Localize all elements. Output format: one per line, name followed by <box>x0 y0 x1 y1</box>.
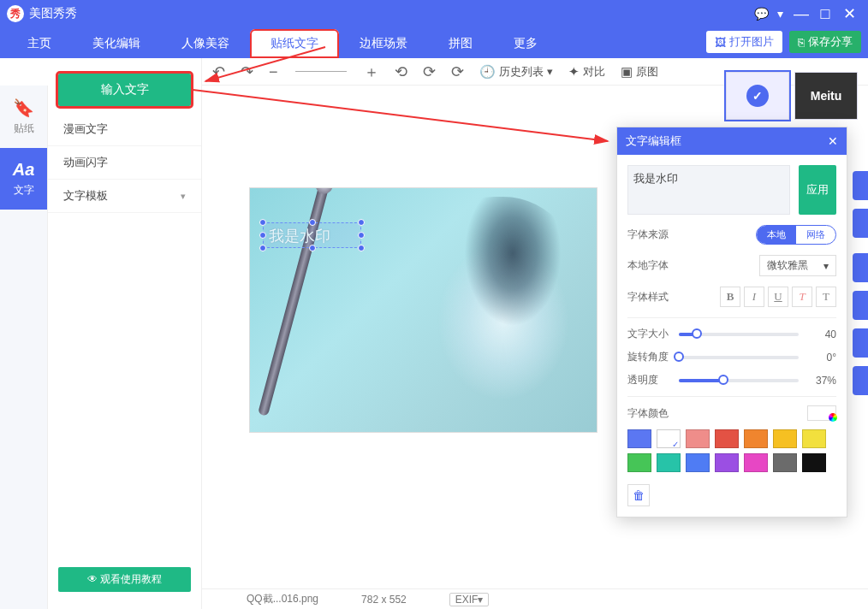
tab-beautify[interactable]: 美化编辑 <box>72 29 161 58</box>
underline-button[interactable]: U <box>768 287 788 307</box>
rotate-right-button[interactable]: ⟳ <box>423 64 436 80</box>
bookmark-icon: 🔖 <box>0 98 47 118</box>
text-editor-popup: 文字编辑框 ✕ 应用 字体来源 本地 网络 本地字体 微软雅黑▾ 字体样式 B … <box>616 127 847 517</box>
italic-t-button[interactable]: T <box>792 287 812 307</box>
save-share-button[interactable]: ⎘保存分享 <box>789 31 861 53</box>
panel-item-anim-text[interactable]: 动画闪字 <box>48 146 201 180</box>
font-select[interactable]: 微软雅黑▾ <box>759 255 836 276</box>
resize-handle[interactable] <box>358 219 365 226</box>
color-swatch[interactable] <box>802 453 826 472</box>
color-picker-button[interactable] <box>807 405 836 421</box>
color-swatch[interactable] <box>657 429 681 448</box>
resize-handle[interactable] <box>309 245 316 251</box>
side-tab[interactable] <box>853 291 868 320</box>
text-input[interactable] <box>627 165 790 215</box>
color-swatch[interactable] <box>773 453 797 472</box>
tab-frame[interactable]: 边框场景 <box>339 29 428 58</box>
reset-icon[interactable]: ⟳ <box>451 64 464 80</box>
side-tab[interactable] <box>853 328 868 358</box>
thumb-selected[interactable]: ✓ <box>726 72 789 120</box>
size-value: 40 <box>807 328 836 340</box>
color-swatch[interactable] <box>744 429 768 448</box>
chat-icon[interactable]: 💬 <box>752 7 770 21</box>
font-style-label: 字体样式 <box>627 290 669 304</box>
color-swatch[interactable] <box>773 429 797 448</box>
thumb-meitu[interactable]: Meitu <box>794 72 858 120</box>
resize-handle[interactable] <box>309 219 316 226</box>
app-logo: 秀 <box>7 5 24 22</box>
zoom-slider[interactable] <box>295 71 347 72</box>
resize-handle[interactable] <box>259 219 266 226</box>
rotate-slider[interactable] <box>679 356 799 359</box>
resize-handle[interactable] <box>358 245 365 251</box>
app-title: 美图秀秀 <box>29 6 77 21</box>
resize-handle[interactable] <box>259 232 266 239</box>
maximize-button[interactable]: □ <box>813 5 837 23</box>
color-swatch[interactable] <box>686 453 710 472</box>
redo-button[interactable]: ↷ <box>241 64 253 80</box>
italic-button[interactable]: I <box>744 287 764 307</box>
bold-button[interactable]: B <box>720 287 740 307</box>
apply-button[interactable]: 应用 <box>799 165 836 215</box>
color-swatch[interactable] <box>686 429 710 448</box>
right-thumbnail-strip: ✓ Meitu <box>722 68 868 123</box>
side-tab[interactable] <box>853 366 868 395</box>
exif-button[interactable]: EXIF▾ <box>449 593 490 606</box>
color-swatches <box>627 429 836 472</box>
check-icon: ✓ <box>746 85 769 107</box>
close-button[interactable]: ✕ <box>837 4 861 23</box>
resize-handle[interactable] <box>259 245 266 251</box>
editor-close-button[interactable]: ✕ <box>828 134 838 148</box>
tab-sticker-text[interactable]: 贴纸文字 <box>250 29 339 58</box>
tab-more[interactable]: 更多 <box>493 29 558 58</box>
color-swatch[interactable] <box>744 453 768 472</box>
font-source-label: 字体来源 <box>627 228 669 242</box>
tab-portrait[interactable]: 人像美容 <box>161 29 250 58</box>
original-button[interactable]: ▣原图 <box>621 64 658 80</box>
font-source-network[interactable]: 网络 <box>796 226 835 244</box>
history-button[interactable]: 🕘历史列表▾ <box>479 64 553 80</box>
size-label: 文字大小 <box>627 327 670 341</box>
color-swatch[interactable] <box>627 453 651 472</box>
color-swatch[interactable] <box>715 453 739 472</box>
rail-text[interactable]: Aa 文字 <box>0 148 47 210</box>
normal-t-button[interactable]: T <box>816 287 836 307</box>
rail-sticker[interactable]: 🔖 贴纸 <box>0 86 47 148</box>
text-overlay-selection[interactable]: 我是水印 <box>263 222 361 248</box>
delete-button[interactable]: 🗑 <box>627 484 650 506</box>
minimize-button[interactable]: — <box>789 5 813 23</box>
side-tab[interactable] <box>853 253 868 282</box>
color-swatch[interactable] <box>657 453 681 472</box>
resize-handle[interactable] <box>358 232 365 239</box>
undo-button[interactable]: ↶ <box>212 64 225 80</box>
tab-collage[interactable]: 拼图 <box>428 29 493 58</box>
color-swatch[interactable] <box>627 429 651 448</box>
font-source-local[interactable]: 本地 <box>757 226 796 244</box>
canvas-image[interactable]: 我是水印 <box>250 188 597 432</box>
opacity-slider[interactable] <box>679 379 799 382</box>
save-icon: ⎘ <box>798 36 805 49</box>
status-dimensions: 782 x 552 <box>361 594 407 606</box>
input-text-button[interactable]: 输入文字 <box>58 74 191 106</box>
zoom-in-button[interactable]: ＋ <box>364 64 379 80</box>
tab-home[interactable]: 主页 <box>7 29 72 58</box>
rotate-left-button[interactable]: ⟲ <box>395 64 407 80</box>
color-label: 字体颜色 <box>627 406 669 421</box>
zoom-out-button[interactable]: − <box>269 64 278 80</box>
trash-icon: 🗑 <box>633 488 645 502</box>
tutorial-button[interactable]: 👁 观看使用教程 <box>58 567 191 592</box>
color-swatch[interactable] <box>802 429 826 448</box>
status-bar: QQ截...016.png 782 x 552 EXIF▾ <box>202 588 868 609</box>
status-filename: QQ截...016.png <box>247 592 318 606</box>
picture-icon: ▣ <box>621 64 633 80</box>
color-swatch[interactable] <box>715 429 739 448</box>
side-tab[interactable] <box>853 171 868 200</box>
menu-icon[interactable]: ▾ <box>770 7 789 21</box>
side-tab[interactable] <box>853 209 868 238</box>
size-slider[interactable] <box>679 333 799 336</box>
image-icon: 🖼 <box>715 36 726 49</box>
panel-item-comic-text[interactable]: 漫画文字 <box>48 113 201 146</box>
open-image-button[interactable]: 🖼打开图片 <box>706 31 782 53</box>
panel-item-text-template[interactable]: 文字模板▾ <box>48 180 201 213</box>
compare-button[interactable]: ✦对比 <box>568 64 605 80</box>
